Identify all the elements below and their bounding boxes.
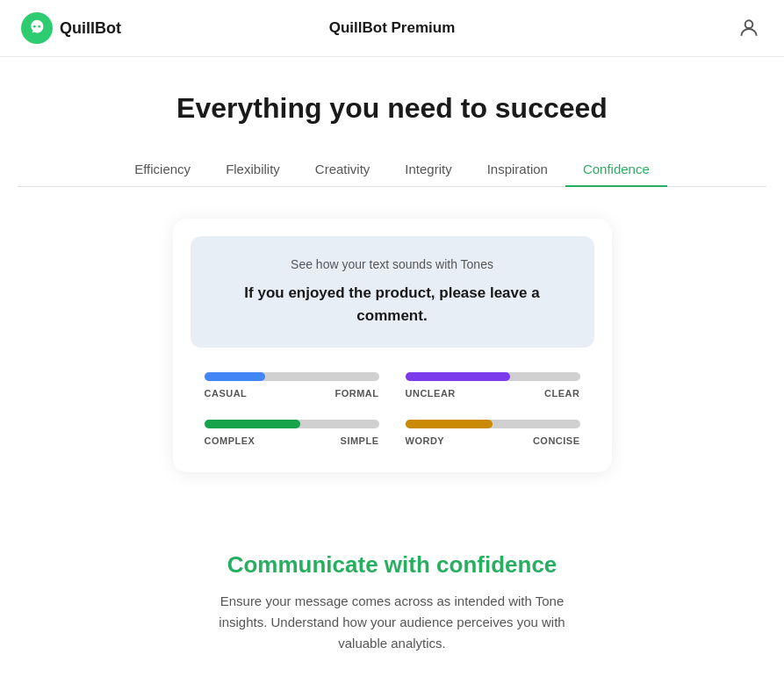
label-clear: CLEAR [544,388,579,399]
slider-track-casual [205,372,379,381]
tab-creativity[interactable]: Creativity [298,153,388,187]
slider-unclear-clear: UNCLEAR CLEAR [406,372,580,399]
svg-point-0 [33,25,36,28]
tone-preview-label: See how your text sounds with Tones [217,257,568,271]
logo-text: QuillBot [60,19,121,38]
slider-complex-simple: COMPLEX SIMPLE [205,420,379,446]
slider-fill-purple [406,372,510,381]
label-unclear: UNCLEAR [406,388,456,399]
page-heading: Everything you need to succeed [18,92,766,125]
slider-labels-unclear: UNCLEAR CLEAR [406,388,580,399]
header: QuillBot QuillBot Premium [0,0,784,57]
slider-track-complex [205,420,379,428]
svg-point-1 [38,25,40,28]
bottom-section: Communicate with confidence Ensure your … [0,543,784,676]
tone-preview-area: See how your text sounds with Tones If y… [191,236,594,348]
logo-area: QuillBot [21,12,121,44]
slider-labels-complex: COMPLEX SIMPLE [205,435,379,446]
quillbot-logo-icon [21,12,53,44]
user-account-icon[interactable] [735,14,763,42]
label-wordy: WORDY [406,435,445,446]
confidence-heading-plain: Communicate with [227,551,436,578]
confidence-heading: Communicate with confidence [18,551,766,579]
slider-fill-blue [205,372,266,381]
label-simple: SIMPLE [341,435,379,446]
svg-point-2 [745,20,753,28]
tab-inspiration[interactable]: Inspiration [470,153,565,187]
tone-card: See how your text sounds with Tones If y… [173,219,612,472]
tone-preview-text: If you enjoyed the product, please leave… [217,282,568,327]
header-title: QuillBot Premium [329,19,456,37]
tab-confidence[interactable]: Confidence [565,153,667,187]
tabs-nav: Efficiency Flexibility Creativity Integr… [18,153,766,187]
label-concise: CONCISE [533,435,580,446]
slider-fill-yellow [406,420,493,428]
tab-integrity[interactable]: Integrity [387,153,469,187]
slider-wordy-concise: WORDY CONCISE [406,420,580,446]
label-formal: FORMAL [334,388,378,399]
tab-flexibility[interactable]: Flexibility [208,153,298,187]
slider-track-unclear [406,372,580,381]
tab-efficiency[interactable]: Efficiency [117,153,208,187]
slider-track-wordy [406,420,580,428]
label-casual: CASUAL [205,388,248,399]
main-content: Everything you need to succeed Efficienc… [0,57,784,543]
slider-fill-green [205,420,300,428]
sliders-grid: CASUAL FORMAL UNCLEAR CLEAR [173,348,612,446]
slider-labels-wordy: WORDY CONCISE [406,435,580,446]
label-complex: COMPLEX [205,435,255,446]
slider-labels-casual: CASUAL FORMAL [205,388,379,399]
confidence-description: Ensure your message comes across as inte… [208,591,577,654]
slider-casual-formal: CASUAL FORMAL [205,372,379,399]
confidence-heading-accent: confidence [436,551,557,578]
